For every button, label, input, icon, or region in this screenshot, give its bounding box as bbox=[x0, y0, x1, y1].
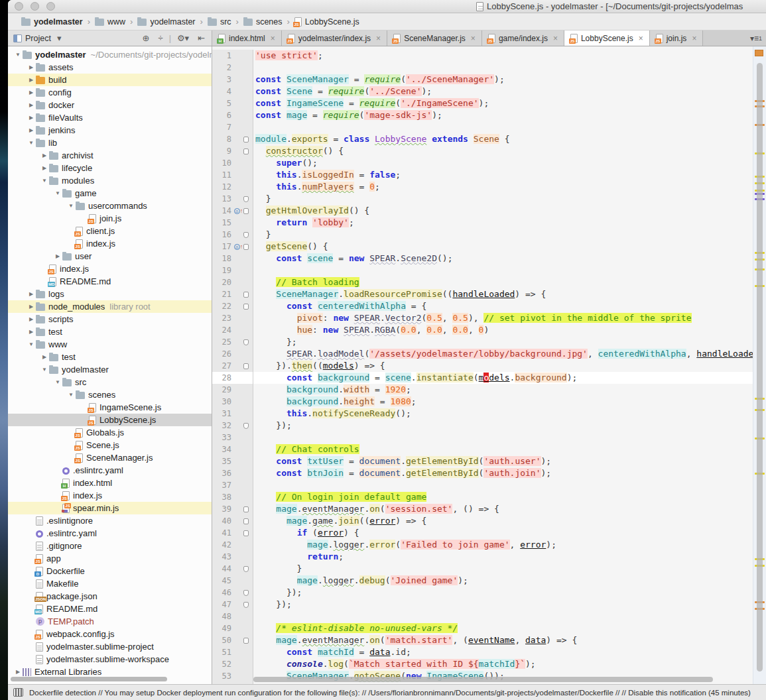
code-line-31[interactable]: 31 this.notifySceneReady(); bbox=[212, 408, 766, 420]
code-line-27[interactable]: 27 }).then((models) => { bbox=[212, 360, 766, 372]
expand-arrow-icon[interactable]: ▶ bbox=[27, 115, 36, 121]
tab-join-js[interactable]: JSjoin.js× bbox=[650, 30, 704, 46]
code-line-4[interactable]: 4const Scene = require('../Scene'); bbox=[212, 86, 766, 97]
tree-item-scripts[interactable]: ▶scripts bbox=[8, 313, 212, 325]
breadcrumb-item-lobbyscene.js[interactable]: JSLobbyScene.js bbox=[294, 17, 359, 27]
close-tab-icon[interactable]: × bbox=[471, 34, 476, 43]
code-line-22[interactable]: 22 const centeredWithAlpha = { bbox=[212, 300, 766, 312]
tree-item-user[interactable]: ▶user bbox=[8, 250, 212, 262]
tree-item-webpack-config-js[interactable]: JSwebpack.config.js bbox=[8, 628, 212, 640]
expand-arrow-icon[interactable]: ▶ bbox=[40, 354, 49, 360]
tree-item-usercommands[interactable]: ▼usercommands bbox=[8, 200, 212, 212]
collapse-arrow-icon[interactable]: ▼ bbox=[27, 140, 36, 146]
tree-item-yodelmaster-sublime-workspace[interactable]: yodelmaster.sublime-workspace bbox=[8, 653, 212, 666]
expand-arrow-icon[interactable]: ▶ bbox=[27, 316, 36, 322]
code-line-39[interactable]: 39 mage.eventManager.on('session.set', (… bbox=[212, 503, 766, 515]
chevron-down-icon[interactable]: ▾ bbox=[54, 31, 64, 46]
code-line-41[interactable]: 41 if (error) { bbox=[212, 527, 766, 539]
code-line-26[interactable]: 26 SPEAR.loadModel('/assets/yodelmaster/… bbox=[212, 348, 766, 360]
code-line-8[interactable]: 8module.exports = class LobbyScene exten… bbox=[212, 133, 766, 145]
toolwindow-toggle-icon[interactable] bbox=[13, 688, 23, 697]
fold-marker-icon[interactable] bbox=[243, 566, 249, 572]
fold-marker-icon[interactable] bbox=[243, 363, 249, 369]
breadcrumb-item-yodelmaster[interactable]: yodelmaster bbox=[137, 17, 195, 27]
hide-panel-icon[interactable]: ⇤ bbox=[195, 31, 208, 46]
tree-item-src[interactable]: ▼src bbox=[8, 376, 212, 388]
code-line-1[interactable]: 1'use strict'; bbox=[212, 50, 766, 62]
tree-item-scene-js[interactable]: JSScene.js bbox=[8, 439, 212, 451]
tree-item-scenes[interactable]: ▼scenes bbox=[8, 388, 212, 401]
code-line-29[interactable]: 29 background.width = 1920; bbox=[212, 384, 766, 396]
expand-arrow-icon[interactable]: ▶ bbox=[27, 304, 36, 310]
tree-item-yodelmaster-sublime-project[interactable]: yodelmaster.sublime-project bbox=[8, 640, 212, 653]
tree-item-readme-md[interactable]: MDREADME.md bbox=[8, 275, 212, 288]
tree-item-scenemanager-js[interactable]: JSSceneManager.js bbox=[8, 451, 212, 464]
locate-icon[interactable]: ⊕ bbox=[140, 31, 153, 46]
tree-item--eslintrc-yaml[interactable]: .eslintrc.yaml bbox=[8, 527, 212, 540]
code-line-21[interactable]: 21 SceneManager.loadResourcePromise((han… bbox=[212, 288, 766, 300]
tree-item-test[interactable]: ▶test bbox=[8, 351, 212, 363]
code-line-38[interactable]: 38 // On login join default game bbox=[212, 491, 766, 503]
tree-item-jenkins[interactable]: ▶jenkins bbox=[8, 124, 212, 137]
breadcrumb-item-yodelmaster[interactable]: yodelmaster bbox=[21, 17, 83, 27]
code-line-52[interactable]: 52 console.log(`Match started with ID ${… bbox=[212, 658, 766, 670]
expand-arrow-icon[interactable]: ▶ bbox=[27, 89, 36, 95]
fold-marker-icon[interactable] bbox=[243, 506, 249, 512]
tree-item-yodelmaster[interactable]: ▼yodelmaster~/Documents/git-projects/yod… bbox=[8, 48, 212, 61]
close-tab-icon[interactable]: × bbox=[271, 34, 275, 43]
status-bar-text[interactable]: Dockerfile detection // You may setup Do… bbox=[29, 689, 751, 697]
overriding-method-icon[interactable]: o↑ bbox=[233, 207, 243, 214]
code-line-12[interactable]: 12 this.numPlayers = 0; bbox=[212, 181, 766, 193]
fold-marker-icon[interactable] bbox=[243, 602, 249, 608]
code-line-5[interactable]: 5const IngameScene = require('./IngameSc… bbox=[212, 97, 766, 109]
tree-item-package-json[interactable]: JSONpackage.json bbox=[8, 590, 212, 603]
tree-item-logs[interactable]: ▶logs bbox=[8, 288, 212, 300]
tree-item-lobbyscene-js[interactable]: JSLobbyScene.js bbox=[8, 414, 212, 426]
tree-item--gitignore[interactable]: .gitignore bbox=[8, 540, 212, 552]
collapse-arrow-icon[interactable]: ▼ bbox=[27, 341, 36, 347]
code-line-30[interactable]: 30 background.height = 1080; bbox=[212, 396, 766, 408]
collapse-arrow-icon[interactable]: ▼ bbox=[40, 367, 49, 373]
expand-arrow-icon[interactable]: ▶ bbox=[27, 329, 36, 335]
fold-marker-icon[interactable] bbox=[243, 196, 249, 202]
code-editor[interactable]: 1'use strict';23const SceneManager = req… bbox=[212, 46, 766, 684]
tree-item-assets[interactable]: ▶assets bbox=[8, 61, 212, 74]
fold-marker-icon[interactable] bbox=[243, 590, 249, 596]
tree-item-lifecycle[interactable]: ▶lifecycle bbox=[8, 162, 212, 174]
tree-item-filevaults[interactable]: ▶fileVaults bbox=[8, 111, 212, 124]
code-line-49[interactable]: 49 /* eslint-disable no-unused-vars */ bbox=[212, 622, 766, 634]
collapse-arrow-icon[interactable]: ▼ bbox=[53, 190, 62, 196]
code-line-34[interactable]: 34 // Chat controls bbox=[212, 443, 766, 455]
tree-item-lib[interactable]: ▼lib bbox=[8, 137, 212, 149]
tree-item-www[interactable]: ▼www bbox=[8, 338, 212, 351]
tree-item-spear-min-js[interactable]: JSspear.min.js bbox=[8, 502, 212, 514]
tree-item-yodelmaster[interactable]: ▼yodelmaster bbox=[8, 363, 212, 376]
code-line-43[interactable]: 43 return; bbox=[212, 551, 766, 563]
code-line-2[interactable]: 2 bbox=[212, 62, 766, 74]
code-line-37[interactable]: 37 bbox=[212, 479, 766, 491]
code-line-17[interactable]: 17o↑ getScene() { bbox=[212, 241, 766, 253]
tree-item-index-js[interactable]: JSindex.js bbox=[8, 237, 212, 250]
collapse-arrow-icon[interactable]: ▼ bbox=[66, 203, 76, 209]
vertical-scrollbar[interactable] bbox=[757, 63, 763, 671]
close-tab-icon[interactable]: × bbox=[376, 34, 381, 43]
fold-marker-icon[interactable] bbox=[243, 208, 249, 214]
expand-arrow-icon[interactable]: ▶ bbox=[27, 291, 36, 297]
tree-item-node-modules[interactable]: ▶node_moduleslibrary root bbox=[8, 300, 212, 313]
tree-item-join-js[interactable]: JSjoin.js bbox=[8, 212, 212, 225]
code-line-36[interactable]: 36 const btnJoin = document.getElementBy… bbox=[212, 467, 766, 479]
settings-gear-icon[interactable]: ⚙▾ bbox=[174, 31, 192, 46]
tab-game-index-js[interactable]: JSgame/index.js× bbox=[482, 30, 564, 46]
tree-item-index-html[interactable]: Hindex.html bbox=[8, 477, 212, 489]
code-line-48[interactable]: 48 bbox=[212, 611, 766, 622]
tree-item-app[interactable]: JSapp bbox=[8, 552, 212, 565]
code-line-16[interactable]: 16 } bbox=[212, 229, 766, 241]
fold-marker-icon[interactable] bbox=[243, 148, 249, 154]
expand-arrow-icon[interactable]: ▶ bbox=[40, 152, 49, 158]
tree-item-modules[interactable]: ▼modules bbox=[8, 174, 212, 187]
expand-arrow-icon[interactable]: ▶ bbox=[53, 253, 62, 259]
code-line-33[interactable]: 33 bbox=[212, 432, 766, 443]
code-line-11[interactable]: 11 this.isLoggedIn = false; bbox=[212, 169, 766, 181]
fold-marker-icon[interactable] bbox=[243, 518, 249, 524]
fold-marker-icon[interactable] bbox=[243, 292, 249, 298]
